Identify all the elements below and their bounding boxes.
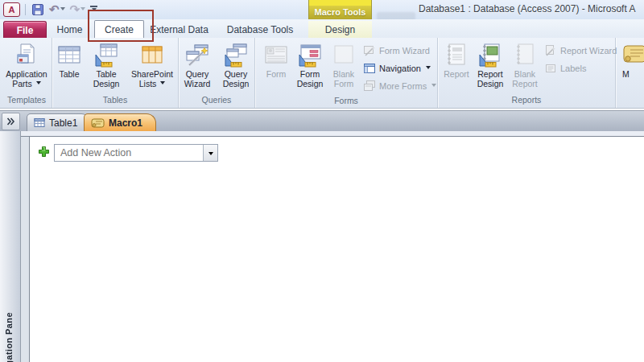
navigation-pane-label: Navigation Pane	[4, 312, 14, 362]
blank-report-icon	[512, 42, 538, 68]
group-label-reports: Reports	[438, 94, 615, 108]
tab-design[interactable]: Design	[308, 21, 372, 38]
button-label: Navigation	[379, 64, 421, 73]
button-label: M	[622, 69, 630, 79]
document-tab-label: Table1	[49, 117, 77, 129]
form-design-button[interactable]: Form Design	[292, 40, 328, 88]
combobox-dropdown-button[interactable]	[203, 145, 217, 161]
tab-database-tools[interactable]: Database Tools	[216, 21, 304, 38]
document-area-top-strip	[21, 131, 644, 137]
application-parts-button[interactable]: Application Parts	[2, 40, 52, 88]
blank-report-button[interactable]: Blank Report	[509, 40, 541, 88]
group-label-templates: Templates	[2, 94, 52, 108]
macro-icon	[622, 42, 644, 68]
green-plus-icon	[38, 146, 50, 158]
add-action-combobox[interactable]: Add New Action	[54, 144, 218, 162]
navigation-icon	[363, 62, 376, 75]
pane-gap	[21, 137, 29, 362]
table-design-button[interactable]: Table Design	[88, 40, 125, 88]
nav-pane-expand-button[interactable]	[2, 113, 20, 130]
double-chevron-right-icon	[6, 117, 15, 125]
table-design-icon	[93, 42, 119, 68]
redo-button[interactable]: ↷	[69, 2, 87, 17]
query-wizard-icon	[184, 42, 210, 68]
access-logo-letter: A	[9, 5, 15, 14]
ribbon: Application Parts Templates Table	[0, 38, 644, 109]
blank-form-button[interactable]: Blank Form	[328, 40, 360, 88]
sharepoint-lists-button[interactable]: SharePoint Lists	[126, 40, 178, 88]
ribbon-group-queries: Query Wizard Query Design Queries	[179, 38, 255, 108]
dropdown-caret-icon	[160, 81, 165, 87]
navigation-button[interactable]: Navigation	[360, 60, 437, 77]
document-tab-label: Macro1	[109, 117, 142, 129]
macro-designer: Add New Action	[29, 137, 644, 362]
blank-form-icon	[331, 42, 357, 68]
tab-external-data[interactable]: External Data	[142, 21, 216, 38]
table-icon	[34, 117, 45, 128]
more-forms-button[interactable]: More Forms	[360, 77, 437, 95]
combobox-value: Add New Action	[55, 147, 203, 158]
contextual-color-bar	[309, 0, 371, 6]
report-wizard-icon	[544, 44, 557, 57]
table-icon	[56, 42, 82, 68]
form-wizard-button[interactable]: Form Wizard	[360, 42, 437, 60]
customize-qat-button[interactable]	[89, 2, 98, 17]
button-label: Table Design	[93, 69, 120, 88]
ribbon-group-tables: Table Table Design	[52, 38, 179, 108]
tab-create[interactable]: Create	[94, 20, 144, 39]
ribbon-tab-bar: File Home Create External Data Database …	[0, 19, 644, 38]
button-label: Query Design	[223, 69, 250, 88]
button-label: Blank Report	[512, 69, 538, 88]
button-label: Report	[444, 69, 469, 79]
report-icon	[444, 42, 469, 68]
report-design-button[interactable]: Report Design	[472, 40, 509, 88]
labels-button[interactable]: Labels	[541, 60, 615, 77]
tab-file[interactable]: File	[3, 21, 47, 39]
button-label: Labels	[560, 64, 586, 73]
dropdown-caret-icon	[426, 66, 431, 72]
button-label: Application Parts	[6, 69, 47, 88]
ribbon-group-forms: Form Form Design	[255, 38, 438, 108]
add-action-plus-button[interactable]	[38, 146, 50, 161]
form-icon	[263, 42, 289, 68]
report-wizard-button[interactable]: Report Wizard	[541, 42, 615, 60]
button-label: Query Wizard	[184, 69, 211, 88]
form-button[interactable]: Form	[260, 40, 292, 80]
undo-button[interactable]: ↶	[48, 2, 66, 17]
button-label: Form Wizard	[379, 46, 430, 56]
ribbon-group-macros-partial: M	[616, 38, 644, 108]
button-label: Report Wizard	[560, 46, 617, 56]
sharepoint-lists-icon	[139, 42, 165, 68]
button-label: Form	[266, 69, 287, 79]
undo-dropdown-icon	[60, 7, 65, 13]
contextual-group-label: Macro Tools	[309, 6, 371, 19]
document-tab-table1[interactable]: Table1	[27, 113, 91, 131]
access-logo-icon: A	[3, 2, 20, 17]
group-label-macros	[616, 94, 644, 108]
navigation-pane-collapsed[interactable]: Navigation Pane	[0, 131, 21, 362]
form-wizard-icon	[363, 44, 376, 57]
undo-icon: ↶	[49, 4, 60, 15]
macro-button[interactable]: M	[622, 40, 644, 80]
group-label-tables: Tables	[52, 94, 178, 108]
report-button[interactable]: Report	[441, 40, 472, 80]
document-tab-macro1[interactable]: Macro1	[84, 113, 156, 131]
group-label-forms: Forms	[255, 95, 437, 108]
button-label: Table	[59, 69, 79, 79]
query-wizard-button[interactable]: Query Wizard	[179, 40, 216, 88]
tab-home[interactable]: Home	[45, 21, 94, 38]
button-label: SharePoint Lists	[131, 69, 173, 88]
save-button[interactable]	[31, 2, 45, 17]
query-design-button[interactable]: Query Design	[217, 40, 254, 88]
contextual-tab-group: Macro Tools	[308, 0, 372, 19]
dropdown-caret-icon	[36, 81, 41, 87]
window-title: Database1 : Database (Access 2007) - Mic…	[419, 3, 643, 16]
button-label: Form Design	[297, 69, 324, 88]
title-bar: A ↶ ↷	[0, 0, 644, 19]
button-label: Blank Form	[333, 69, 354, 88]
qat-separator	[25, 4, 26, 15]
button-label: Report Design	[477, 69, 504, 88]
redo-icon: ↷	[70, 4, 80, 15]
table-button[interactable]: Table	[52, 40, 86, 80]
quick-access-toolbar: A ↶ ↷	[3, 2, 98, 18]
